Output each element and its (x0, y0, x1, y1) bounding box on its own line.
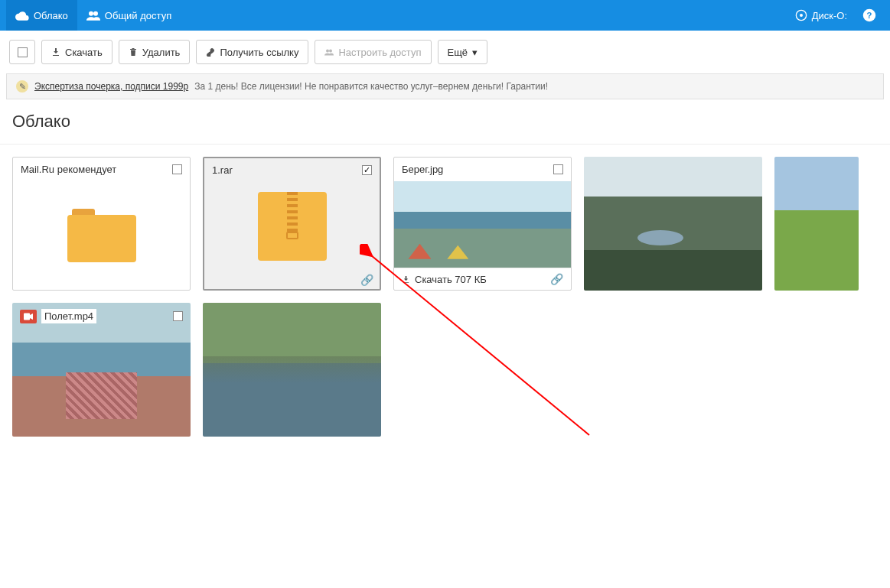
svg-point-6 (326, 50, 329, 53)
delete-label: Удалить (142, 47, 181, 58)
file-tile-video[interactable]: Полет.mp4 (12, 303, 191, 437)
link-badge-icon: 🔗 (550, 273, 563, 285)
select-all-checkbox[interactable] (9, 40, 35, 64)
file-tile-archive[interactable]: 1.rar 🔗 (203, 157, 381, 291)
more-button[interactable]: Ещё ▾ (438, 40, 488, 64)
svg-point-7 (329, 50, 332, 53)
nav-tab-shared-label: Общий доступ (105, 10, 171, 21)
configure-access-label: Настроить доступ (338, 47, 421, 58)
download-size-label[interactable]: Скачать 707 КБ (415, 274, 487, 285)
page-title: Облако (0, 106, 890, 144)
disk-o-label: Диск-О: (812, 10, 847, 21)
video-badge-icon (20, 310, 37, 323)
archive-icon (258, 192, 327, 261)
file-tile-image-bare[interactable] (203, 303, 381, 437)
link-badge-icon: 🔗 (360, 274, 373, 286)
ad-text: За 1 день! Все лицензии! Не понравится к… (194, 81, 548, 92)
svg-rect-8 (24, 313, 30, 320)
configure-access-button[interactable]: Настроить доступ (315, 40, 431, 64)
help-button[interactable]: ? (855, 8, 884, 22)
delete-button[interactable]: Удалить (119, 40, 191, 64)
help-icon: ? (862, 8, 876, 22)
download-button[interactable]: Скачать (41, 40, 112, 64)
file-tile-image-bare[interactable] (774, 157, 859, 291)
people-icon (86, 10, 100, 21)
tile-checkbox[interactable] (362, 165, 372, 175)
tile-checkbox[interactable] (553, 164, 563, 174)
file-name: Mail.Ru рекомендует (21, 164, 116, 175)
svg-point-1 (93, 11, 98, 16)
svg-point-3 (800, 14, 803, 17)
file-tile-image[interactable]: Берег.jpg Скачать 707 КБ 🔗 (393, 157, 572, 291)
svg-text:?: ? (867, 11, 872, 20)
nav-tab-cloud[interactable]: Облако (6, 0, 77, 31)
toolbar: Скачать Удалить Получить ссылку Настроит… (0, 31, 890, 73)
ad-link[interactable]: Экспертиза почерка, подписи 1999р (34, 81, 188, 92)
file-grid: Mail.Ru рекомендует 1.rar 🔗 (12, 157, 878, 437)
get-link-label: Получить ссылку (220, 47, 298, 58)
tile-checkbox[interactable] (172, 164, 182, 174)
checkbox-icon (18, 47, 28, 57)
top-nav: Облако Общий доступ Диск-О: ? (0, 0, 890, 31)
disk-icon (795, 9, 807, 21)
download-icon (51, 47, 60, 57)
chevron-down-icon: ▾ (472, 47, 478, 58)
cloud-icon (15, 10, 29, 21)
file-name: Берег.jpg (402, 164, 443, 175)
disk-o-link[interactable]: Диск-О: (787, 9, 855, 21)
ad-banner: ✎ Экспертиза почерка, подписи 1999р За 1… (6, 73, 884, 99)
file-name: Полет.mp4 (41, 309, 96, 323)
image-thumbnail (584, 157, 762, 291)
folder-icon (67, 209, 136, 262)
tile-checkbox[interactable] (173, 311, 183, 321)
people-small-icon (324, 47, 334, 57)
file-grid-container: Mail.Ru рекомендует 1.rar 🔗 (0, 144, 890, 449)
ad-favicon: ✎ (16, 80, 28, 93)
get-link-button[interactable]: Получить ссылку (196, 40, 308, 64)
nav-tab-cloud-label: Облако (34, 10, 68, 21)
svg-point-0 (89, 11, 93, 16)
image-thumbnail (774, 157, 859, 291)
image-thumbnail (203, 303, 381, 437)
more-label: Ещё (448, 47, 468, 58)
download-small-icon (402, 275, 410, 284)
nav-tab-shared[interactable]: Общий доступ (77, 0, 181, 31)
file-name: 1.rar (212, 164, 233, 176)
file-tile-folder[interactable]: Mail.Ru рекомендует (12, 157, 191, 291)
trash-icon (129, 47, 138, 57)
image-thumbnail (394, 181, 571, 268)
link-icon (206, 47, 215, 57)
download-label: Скачать (65, 47, 103, 58)
file-tile-image-bare[interactable] (584, 157, 762, 291)
